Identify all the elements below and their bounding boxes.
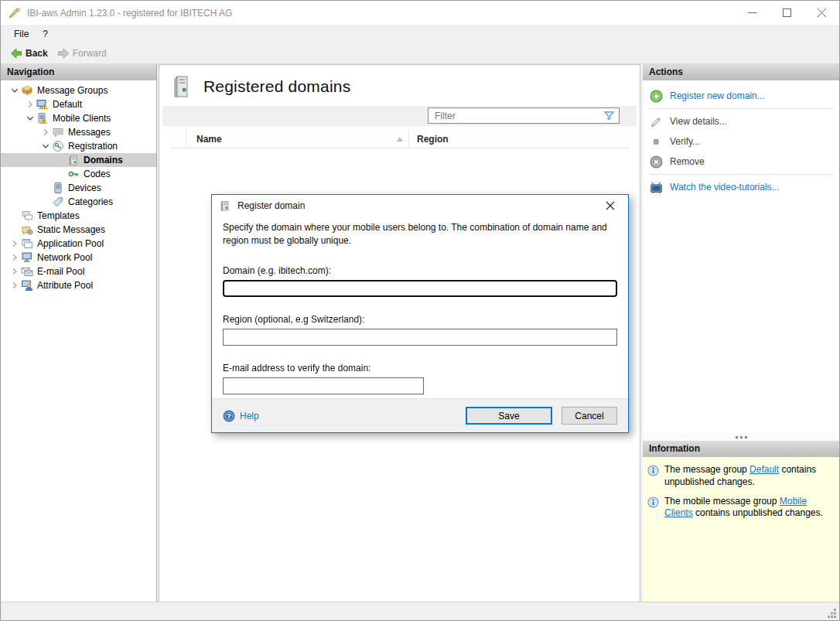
info-icon: [647, 496, 659, 508]
navigation-toolbar: Back Forward: [1, 43, 839, 64]
region-field-label: Region (optional, e.g Switzerland):: [223, 314, 617, 325]
sidebar-item-domains[interactable]: Domains: [1, 153, 156, 167]
default-group-link[interactable]: Default: [750, 464, 779, 475]
close-icon: [818, 9, 826, 17]
menu-help[interactable]: ?: [36, 26, 55, 42]
window-title: IBI-aws Admin 1.23.0 - registered for IB…: [27, 8, 735, 19]
action-label: Verify...: [670, 136, 700, 147]
maximize-button[interactable]: [770, 1, 804, 25]
menu-file[interactable]: File: [7, 26, 36, 42]
minimize-button[interactable]: [735, 1, 770, 25]
dialog-title-bar: Register domain: [212, 195, 628, 217]
help-link[interactable]: ? Help: [223, 410, 259, 422]
separator: [649, 174, 833, 175]
action-watch-video-tutorials[interactable]: Watch the video-tutorials...: [643, 177, 839, 197]
back-arrow-icon: [10, 47, 22, 60]
close-icon: [606, 201, 615, 210]
email-field[interactable]: [223, 377, 424, 394]
sidebar-item-mobile-clients[interactable]: Mobile Clients: [1, 111, 156, 125]
actions-panel-header: Actions: [643, 64, 839, 80]
forward-label: Forward: [73, 48, 107, 59]
sidebar-item-messages[interactable]: Messages: [1, 125, 156, 139]
page-title: Registered domains: [203, 77, 350, 96]
expander-placeholder: [9, 210, 21, 222]
filter-funnel-icon[interactable]: [603, 110, 615, 121]
filter-input[interactable]: [428, 107, 620, 124]
static-messages-icon: [21, 223, 33, 236]
add-circle-icon: [650, 90, 663, 103]
expander-placeholder: [39, 182, 52, 194]
action-label: View details...: [670, 116, 727, 127]
column-header-name[interactable]: Name: [186, 130, 408, 148]
sidebar-item-network-pool[interactable]: Network Pool: [1, 251, 156, 264]
action-label: Watch the video-tutorials...: [670, 182, 780, 193]
column-header-region[interactable]: Region: [408, 130, 630, 148]
chevron-down-icon[interactable]: [39, 140, 52, 152]
maximize-icon: [783, 9, 791, 17]
tree-item-label: Codes: [84, 169, 111, 179]
tree-item-label: Registration: [68, 141, 118, 152]
panel-splitter-handle[interactable]: [643, 433, 839, 441]
close-button[interactable]: [804, 1, 839, 25]
action-label: Register new domain...: [670, 90, 765, 101]
sidebar-item-static-messages[interactable]: Static Messages: [1, 223, 156, 237]
forward-button[interactable]: Forward: [53, 46, 111, 61]
message-groups-icon: [21, 84, 33, 97]
pencil-icon: [650, 115, 663, 128]
forward-arrow-icon: [57, 47, 70, 60]
resize-grip[interactable]: [827, 608, 837, 618]
email-field-label: E-mail address to verify the domain:: [223, 363, 617, 374]
help-icon: ?: [223, 410, 235, 422]
chevron-down-icon[interactable]: [24, 112, 36, 125]
registration-icon: [52, 140, 64, 152]
tree-item-label: Attribute Pool: [37, 280, 93, 291]
sidebar-item-message-groups[interactable]: Message Groups: [1, 84, 156, 97]
sidebar-item-email-pool[interactable]: E-mail Pool: [1, 264, 156, 278]
tree-item-label: Templates: [37, 210, 80, 221]
tree-item-label: Default: [53, 99, 82, 110]
navigation-panel: Navigation Message Groups Default Mobile…: [1, 64, 157, 602]
dialog-close-button[interactable]: [599, 200, 621, 213]
messages-icon: [52, 126, 64, 138]
chevron-down-icon[interactable]: [9, 84, 21, 97]
sidebar-item-devices[interactable]: Devices: [1, 181, 156, 195]
domains-icon: [67, 154, 80, 166]
sort-ascending-icon: [396, 136, 404, 142]
templates-icon: [21, 210, 33, 222]
chevron-right-icon[interactable]: [24, 98, 36, 111]
chevron-right-icon[interactable]: [9, 265, 21, 278]
action-remove[interactable]: Remove: [643, 152, 839, 172]
sidebar-item-registration[interactable]: Registration: [1, 139, 156, 153]
domain-field[interactable]: [223, 280, 617, 297]
save-button[interactable]: Save: [466, 407, 552, 425]
sidebar-item-attribute-pool[interactable]: Attribute Pool: [1, 278, 156, 292]
sidebar-item-codes[interactable]: Codes: [1, 167, 156, 181]
help-label: Help: [240, 411, 259, 421]
sidebar-item-default[interactable]: Default: [1, 97, 156, 111]
chevron-right-icon[interactable]: [9, 237, 21, 250]
tree-item-label: Devices: [68, 183, 101, 193]
region-field[interactable]: [223, 329, 617, 346]
row-selector-column: [170, 130, 186, 148]
action-verify[interactable]: Verify...: [643, 131, 839, 152]
tree-item-label: Static Messages: [37, 224, 105, 235]
dialog-description: Specify the domain where your mobile use…: [223, 221, 617, 248]
action-register-new-domain[interactable]: Register new domain...: [643, 86, 839, 106]
email-pool-icon: [21, 265, 33, 278]
devices-icon: [52, 182, 64, 194]
chevron-right-icon[interactable]: [9, 251, 21, 264]
tree-item-label: Network Pool: [37, 252, 92, 263]
navigation-panel-header: Navigation: [1, 64, 156, 80]
chevron-right-icon[interactable]: [39, 126, 52, 138]
sidebar-item-categories[interactable]: Categories: [1, 195, 156, 209]
registered-domains-icon: [172, 75, 190, 98]
chevron-right-icon[interactable]: [9, 279, 21, 292]
back-label: Back: [26, 48, 48, 59]
action-view-details[interactable]: View details...: [643, 111, 839, 131]
sidebar-item-templates[interactable]: Templates: [1, 209, 156, 223]
dialog-footer: ? Help Save Cancel: [212, 398, 628, 432]
cancel-button[interactable]: Cancel: [562, 407, 617, 425]
sidebar-item-application-pool[interactable]: Application Pool: [1, 237, 156, 251]
separator: [649, 108, 833, 109]
back-button[interactable]: Back: [5, 46, 53, 61]
